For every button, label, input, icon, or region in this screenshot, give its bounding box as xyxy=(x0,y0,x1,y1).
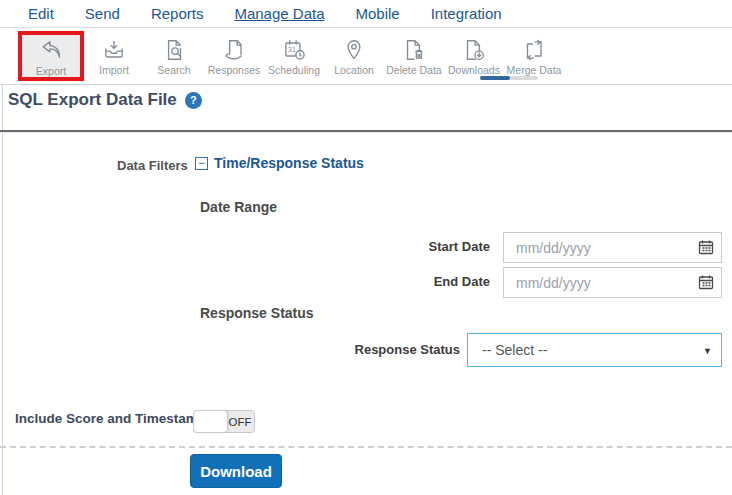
manage-data-toolbar: Export Import Search Responses 31 Schedu… xyxy=(0,28,732,85)
response-status-heading: Response Status xyxy=(200,305,314,321)
toolbar-scrollbar[interactable] xyxy=(480,76,538,80)
responses-icon xyxy=(221,36,247,63)
svg-text:31: 31 xyxy=(288,45,296,52)
downloads-icon xyxy=(461,36,487,63)
scheduling-icon: 31 xyxy=(281,36,307,63)
toolbar-item-merge-data[interactable]: Merge Data xyxy=(504,33,564,82)
nav-item-manage-data[interactable]: Manage Data xyxy=(234,4,324,24)
toolbar-item-search[interactable]: Search xyxy=(144,33,204,82)
toolbar-item-label: Import xyxy=(99,64,129,76)
toolbar-item-delete-data[interactable]: Delete Data xyxy=(384,33,444,82)
delete-data-icon xyxy=(401,36,427,63)
sql-export-page: Edit Send Reports Manage Data Mobile Int… xyxy=(0,0,732,495)
nav-item-edit[interactable]: Edit xyxy=(28,4,54,24)
export-icon xyxy=(38,37,64,64)
toolbar-item-label: Export xyxy=(36,65,66,77)
toolbar-item-scheduling[interactable]: 31 Scheduling xyxy=(264,33,324,82)
nav-item-reports[interactable]: Reports xyxy=(151,4,204,24)
nav-item-send[interactable]: Send xyxy=(85,4,120,24)
toolbar-item-responses[interactable]: Responses xyxy=(204,33,264,82)
toolbar-item-downloads[interactable]: Downloads xyxy=(444,33,504,82)
nav-item-integration[interactable]: Integration xyxy=(431,4,502,24)
help-icon[interactable]: ? xyxy=(185,92,202,109)
toolbar-item-label: Location xyxy=(334,64,374,76)
include-score-label: Include Score and Timestamp xyxy=(15,411,206,426)
calendar-icon[interactable] xyxy=(698,239,714,255)
search-icon xyxy=(161,36,187,63)
calendar-icon[interactable] xyxy=(698,274,714,290)
toggle-state-label: OFF xyxy=(226,411,254,432)
end-date-input[interactable] xyxy=(503,267,722,298)
toolbar-item-label: Responses xyxy=(208,64,261,76)
toggle-knob[interactable] xyxy=(193,410,228,433)
top-nav: Edit Send Reports Manage Data Mobile Int… xyxy=(0,0,732,28)
collapse-minus-icon[interactable] xyxy=(195,157,208,170)
toolbar-item-location[interactable]: Location xyxy=(324,33,384,82)
page-title: SQL Export Data File ? xyxy=(8,90,202,110)
toolbar-scrollbar-thumb[interactable] xyxy=(480,76,510,80)
toolbar-item-label: Search xyxy=(157,64,190,76)
end-date-field xyxy=(503,267,722,298)
toolbar-item-label: Scheduling xyxy=(268,64,320,76)
start-date-input[interactable] xyxy=(503,232,722,263)
response-status-select[interactable]: -- Select -- xyxy=(467,333,722,367)
start-date-label: Start Date xyxy=(380,239,490,254)
chevron-down-icon xyxy=(703,346,712,356)
date-range-heading: Date Range xyxy=(200,199,277,215)
data-filters-label: Data Filters xyxy=(117,158,188,173)
nav-item-mobile[interactable]: Mobile xyxy=(356,4,400,24)
download-button[interactable]: Download xyxy=(190,454,282,488)
include-score-toggle[interactable]: OFF xyxy=(193,410,255,433)
toolbar-item-import[interactable]: Import xyxy=(84,33,144,82)
toolbar-item-label: Merge Data xyxy=(507,64,562,76)
section-dashed-divider xyxy=(0,446,732,448)
filter-group-label: Time/Response Status xyxy=(214,155,364,171)
merge-data-icon xyxy=(521,36,547,63)
content-left-border xyxy=(2,28,3,495)
toolbar-item-export[interactable]: Export xyxy=(18,31,84,81)
filter-group-time-response-status[interactable]: Time/Response Status xyxy=(195,155,364,171)
end-date-label: End Date xyxy=(380,274,490,289)
title-divider xyxy=(0,130,732,132)
page-title-text: SQL Export Data File xyxy=(8,90,177,110)
toolbar-item-label: Downloads xyxy=(448,64,500,76)
location-icon xyxy=(341,36,367,63)
start-date-field xyxy=(503,232,722,263)
toolbar-item-label: Delete Data xyxy=(386,64,441,76)
response-status-selected-option: -- Select -- xyxy=(482,342,547,358)
response-status-label: Response Status xyxy=(340,342,460,357)
import-icon xyxy=(101,36,127,63)
